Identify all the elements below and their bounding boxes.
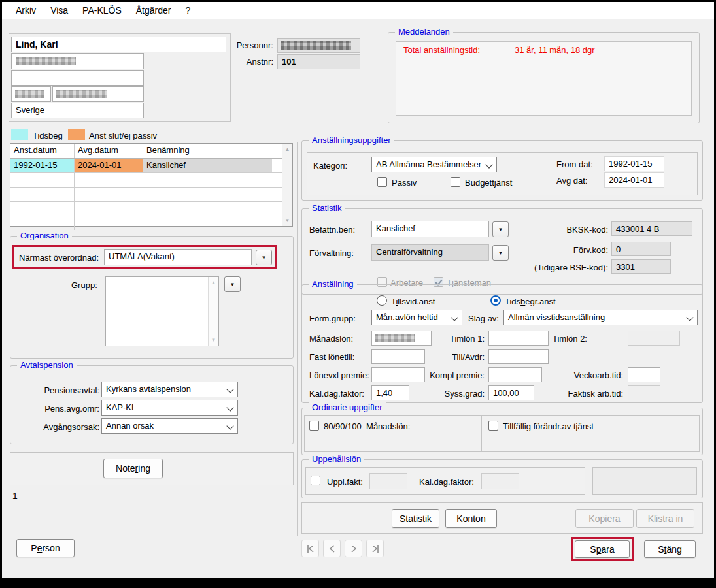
stang-button[interactable]: Stäng bbox=[644, 540, 696, 558]
person-postalcode-field[interactable] bbox=[11, 86, 51, 102]
veckoarb-tid-field[interactable] bbox=[628, 367, 660, 382]
person-country-field[interactable]: Sverige bbox=[11, 103, 144, 118]
narmast-overordnad-field[interactable]: UTMÅLA(Vakant) bbox=[104, 249, 252, 265]
form-grupp-combobox[interactable]: Mån.avlön heltid bbox=[371, 310, 462, 325]
tillsvid-anst-radio[interactable] bbox=[377, 295, 387, 306]
faktisk-arb-tid-label: Faktisk arb.tid: bbox=[558, 389, 623, 399]
uppehall-kal-dag-label: Kal.dag.faktor: bbox=[419, 477, 474, 487]
pens-avg-omr-combobox[interactable]: KAP-KL bbox=[101, 400, 238, 416]
kompl-premie-field[interactable] bbox=[488, 367, 542, 382]
statistik-button[interactable]: Statistik bbox=[392, 509, 439, 528]
scroll-down-icon[interactable]: ▼ bbox=[209, 337, 218, 343]
personnr-label: Personnr: bbox=[224, 41, 273, 50]
dropdown-arrow-icon: ▼ bbox=[262, 255, 267, 261]
befattn-ben-field[interactable]: Kanslichef bbox=[371, 221, 489, 237]
first-record-button[interactable] bbox=[301, 540, 319, 557]
pensionsavtal-combobox[interactable]: Kyrkans avtalspension bbox=[101, 382, 238, 397]
budgettjanst-checkbox[interactable] bbox=[451, 177, 460, 187]
scroll-up-icon[interactable]: ▲ bbox=[209, 280, 218, 286]
menu-pa-klos[interactable]: PA-KLÖS bbox=[75, 5, 129, 16]
last-record-button[interactable] bbox=[366, 540, 384, 557]
syss-grad-field[interactable]: 100,00 bbox=[488, 385, 534, 400]
slag-av-label: Slag av: bbox=[468, 314, 499, 323]
forvaltning-field[interactable]: Centralförvaltning bbox=[371, 244, 489, 261]
legend-tidsbeg-label: Tidsbeg bbox=[33, 131, 63, 140]
lonevxl-premie-field[interactable] bbox=[371, 367, 425, 382]
menu-help[interactable]: ? bbox=[178, 5, 197, 16]
grupp-scrollbar[interactable]: ▲ ▼ bbox=[208, 277, 218, 346]
col-anst-datum[interactable]: Anst.datum bbox=[10, 144, 75, 158]
notering-button[interactable]: Notering bbox=[103, 459, 163, 478]
kategori-combobox[interactable]: AB Allmänna Bestämmelser bbox=[371, 157, 497, 172]
scroll-up-icon[interactable]: ▲ bbox=[282, 146, 292, 152]
table-row-empty[interactable] bbox=[10, 173, 282, 188]
col-avg-datum[interactable]: Avg.datum bbox=[75, 144, 143, 158]
ordinarie-right-panel bbox=[481, 415, 700, 452]
dropdown-arrow-icon: ▼ bbox=[230, 282, 235, 287]
tillfallig-forandr-checkbox[interactable] bbox=[488, 421, 498, 431]
manadslon-field[interactable] bbox=[371, 331, 432, 346]
person-button[interactable]: Person bbox=[16, 539, 75, 557]
menu-arkiv[interactable]: Arkiv bbox=[9, 5, 43, 16]
forvaltning-dropdown-button[interactable]: ▼ bbox=[492, 245, 509, 261]
person-city-field[interactable] bbox=[52, 86, 144, 102]
80-90-100-label: 80/90/100 Månadslön: bbox=[324, 421, 410, 431]
passiv-checkbox[interactable] bbox=[377, 177, 387, 187]
avtalspension-title: Avtalspension bbox=[17, 360, 77, 370]
previous-record-button[interactable] bbox=[323, 540, 341, 557]
previous-record-icon bbox=[327, 544, 337, 554]
kopiera-button[interactable]: Kopiera bbox=[575, 509, 634, 528]
pensionsavtal-label: Pensionsavtal: bbox=[34, 385, 99, 395]
befattn-ben-label: Befattn.ben: bbox=[309, 225, 355, 235]
uppehall-kal-dag-field bbox=[481, 473, 519, 489]
first-record-icon bbox=[305, 544, 316, 554]
befattn-ben-dropdown-button[interactable]: ▼ bbox=[492, 221, 509, 237]
menu-visa[interactable]: Visa bbox=[43, 5, 75, 16]
slag-av-combobox[interactable]: Allmän visstidsanställning bbox=[503, 310, 698, 325]
table-row[interactable]: 1992-01-15 2024-01-01 Kanslichef bbox=[10, 159, 282, 173]
uppl-fakt-checkbox[interactable] bbox=[311, 476, 320, 485]
total-anstallningstid-value: 31 år, 11 mån, 18 dgr bbox=[515, 45, 595, 55]
dropdown-arrow-icon: ▼ bbox=[498, 227, 503, 233]
tidsbegr-anst-radio[interactable] bbox=[490, 295, 501, 306]
grupp-dropdown-button[interactable]: ▼ bbox=[224, 276, 241, 292]
forvaltning-label: Förvaltning: bbox=[309, 248, 354, 258]
person-name-field[interactable]: Lind, Karl bbox=[11, 37, 226, 52]
table-row-empty[interactable] bbox=[10, 202, 282, 216]
col-benamning[interactable]: Benämning bbox=[143, 144, 272, 158]
table-scrollbar[interactable]: ▲ ▼ bbox=[282, 144, 292, 226]
avgangsorsak-combobox[interactable]: Annan orsak bbox=[101, 418, 238, 434]
till-avdr-field[interactable] bbox=[488, 349, 549, 364]
employment-table[interactable]: Anst.datum Avg.datum Benämning 1992-01-1… bbox=[10, 143, 293, 227]
fast-lonetill-field[interactable] bbox=[371, 349, 425, 364]
menu-atgarder[interactable]: Åtgärder bbox=[129, 5, 179, 16]
80-90-100-checkbox[interactable] bbox=[309, 421, 319, 431]
chevron-down-icon bbox=[485, 161, 492, 168]
konton-button[interactable]: Konton bbox=[445, 509, 497, 528]
application-window: Arkiv Visa PA-KLÖS Åtgärder ? Lind, Karl… bbox=[0, 0, 716, 588]
table-row-empty[interactable] bbox=[10, 216, 282, 230]
chevron-down-icon bbox=[226, 385, 233, 393]
grupp-listbox[interactable]: ▲ ▼ bbox=[105, 276, 219, 346]
person-address-field[interactable] bbox=[11, 53, 144, 69]
ordinarie-left-panel bbox=[304, 415, 482, 452]
uppl-fakt-label: Uppl.fakt: bbox=[327, 477, 363, 487]
scroll-down-icon[interactable]: ▼ bbox=[282, 218, 292, 223]
next-record-button[interactable] bbox=[345, 540, 362, 557]
bottom-bar bbox=[2, 578, 714, 586]
tillsvid-anst-label: Tillsvid.anst bbox=[391, 297, 435, 306]
chevron-down-icon bbox=[226, 404, 233, 411]
timlon1-field[interactable] bbox=[488, 331, 549, 346]
timlon2-label: Timlön 2: bbox=[553, 334, 587, 344]
kal-dag-faktor-field[interactable]: 1,40 bbox=[371, 385, 409, 400]
faktisk-arb-tid-field bbox=[628, 385, 660, 400]
avg-dat-field[interactable]: 2024-01-01 bbox=[604, 172, 664, 188]
bksk-kod-label: BKSK-kod: bbox=[545, 225, 608, 235]
table-row-empty[interactable] bbox=[10, 188, 282, 202]
narmast-overordnad-dropdown-button[interactable]: ▼ bbox=[256, 250, 272, 265]
manadslon-redacted bbox=[375, 334, 415, 342]
from-dat-field[interactable]: 1992-01-15 bbox=[604, 156, 664, 171]
person-address2-field[interactable] bbox=[11, 70, 144, 86]
klistra-in-button[interactable]: Klistra in bbox=[636, 509, 694, 528]
spara-button[interactable]: Spara bbox=[575, 540, 630, 558]
